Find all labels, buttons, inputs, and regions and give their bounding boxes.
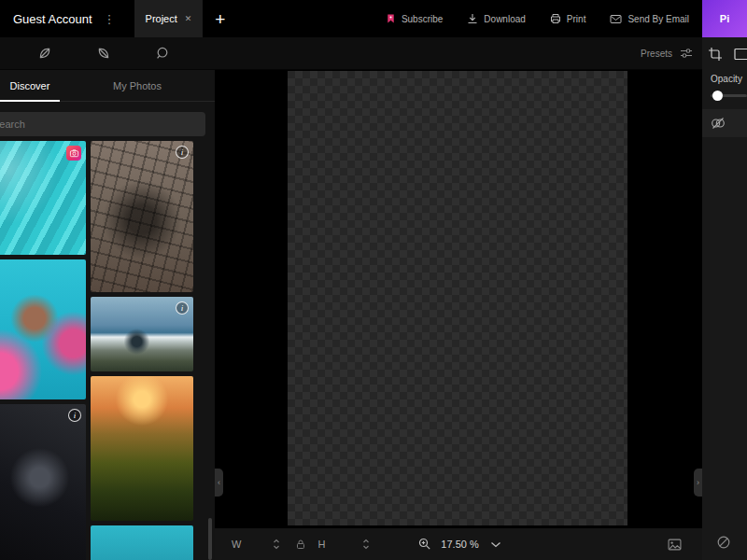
height-label: H — [317, 539, 325, 550]
clone-tool-icon[interactable] — [96, 46, 111, 61]
lasso-tool-icon[interactable] — [155, 46, 170, 61]
tab-discover[interactable]: Discover — [0, 70, 60, 101]
canvas-area: ‹ › — [215, 70, 702, 527]
presets-button[interactable]: Presets — [641, 48, 693, 59]
photo-thumbnail-sunflower-sunset[interactable] — [91, 376, 193, 521]
print-icon — [550, 13, 561, 24]
send-by-email-label: Send By Email — [627, 14, 689, 24]
send-by-email-button[interactable]: Send By Email — [610, 14, 689, 24]
properties-panel: Opacity — [702, 37, 747, 560]
upgrade-button[interactable]: Pi — [702, 0, 747, 37]
library-panel: Discover My Photos i i i — [0, 70, 215, 560]
chevron-down-icon[interactable] — [490, 541, 501, 548]
scrollbar-thumb[interactable] — [208, 518, 212, 560]
height-stepper[interactable] — [362, 537, 370, 552]
zoom-value: 17.50 % — [441, 539, 478, 550]
download-button[interactable]: Download — [467, 13, 525, 24]
download-label: Download — [484, 14, 525, 24]
subscribe-label: Subscribe — [402, 14, 443, 24]
print-button[interactable]: Print — [550, 13, 586, 24]
width-stepper[interactable] — [273, 537, 280, 552]
circle-slash-icon[interactable] — [716, 535, 731, 550]
top-bar: Guest Account ⋮ Project ✕ + Subscribe Do… — [0, 0, 747, 37]
project-tab-label: Project — [146, 13, 177, 24]
kebab-menu-icon[interactable]: ⋮ — [104, 12, 116, 26]
subscribe-icon — [386, 13, 396, 24]
width-label: W — [232, 539, 241, 550]
tab-my-photos[interactable]: My Photos — [60, 70, 215, 101]
canvas-frame-icon[interactable] — [734, 47, 747, 62]
collapse-left-panel-handle[interactable]: ‹ — [215, 469, 223, 497]
account-menu[interactable]: Guest Account — [13, 12, 92, 26]
search-box — [0, 112, 205, 136]
close-tab-icon[interactable]: ✕ — [185, 14, 192, 23]
photo-column-2: i i — [91, 141, 193, 560]
zoom-in-icon[interactable] — [418, 538, 431, 551]
photo-column-1: i — [0, 141, 86, 560]
new-project-button[interactable]: + — [215, 10, 225, 28]
info-icon[interactable]: i — [176, 146, 189, 159]
lock-aspect-icon[interactable] — [295, 539, 306, 550]
opacity-slider[interactable] — [711, 94, 747, 97]
library-tabs: Discover My Photos — [0, 70, 215, 102]
photo-thumbnail-teal-partial[interactable] — [91, 525, 193, 560]
blend-mode-row[interactable] — [702, 109, 747, 137]
opacity-label: Opacity — [711, 74, 747, 84]
instagram-badge-icon — [66, 146, 81, 161]
subscribe-button[interactable]: Subscribe — [386, 13, 443, 24]
canvas-artboard[interactable] — [288, 71, 627, 525]
email-icon — [610, 14, 622, 24]
info-icon[interactable]: i — [68, 409, 81, 422]
bottom-bar: W H 17.50 % — [215, 527, 702, 560]
photo-thumbnail-person-phone[interactable]: i — [0, 404, 86, 560]
presets-label: Presets — [641, 49, 672, 59]
layers-icon[interactable] — [668, 539, 682, 551]
app-window: Guest Account ⋮ Project ✕ + Subscribe Do… — [0, 0, 747, 560]
photo-thumbnail-pool-water[interactable] — [0, 141, 86, 255]
sliders-icon — [680, 48, 693, 59]
blend-mode-icon — [711, 116, 726, 131]
search-input[interactable] — [0, 112, 205, 136]
properties-icons-row — [702, 37, 747, 62]
photo-thumbnail-woman-teal[interactable] — [0, 259, 86, 399]
photo-thumbnail-beach-person[interactable]: i — [91, 297, 193, 371]
info-icon[interactable]: i — [176, 301, 189, 315]
download-icon — [467, 13, 478, 24]
collapse-right-panel-handle[interactable]: › — [694, 469, 702, 497]
tools-toolbar: Presets — [0, 37, 702, 70]
project-tab[interactable]: Project ✕ — [134, 0, 204, 37]
print-label: Print — [567, 14, 586, 24]
draw-tool-icon[interactable] — [37, 46, 52, 61]
topbar-actions: Subscribe Download Print Send By Email — [386, 13, 689, 24]
opacity-slider-knob[interactable] — [712, 91, 723, 101]
crop-icon[interactable] — [708, 47, 723, 62]
photo-thumbnail-cobblestone-shoes[interactable]: i — [91, 141, 193, 292]
